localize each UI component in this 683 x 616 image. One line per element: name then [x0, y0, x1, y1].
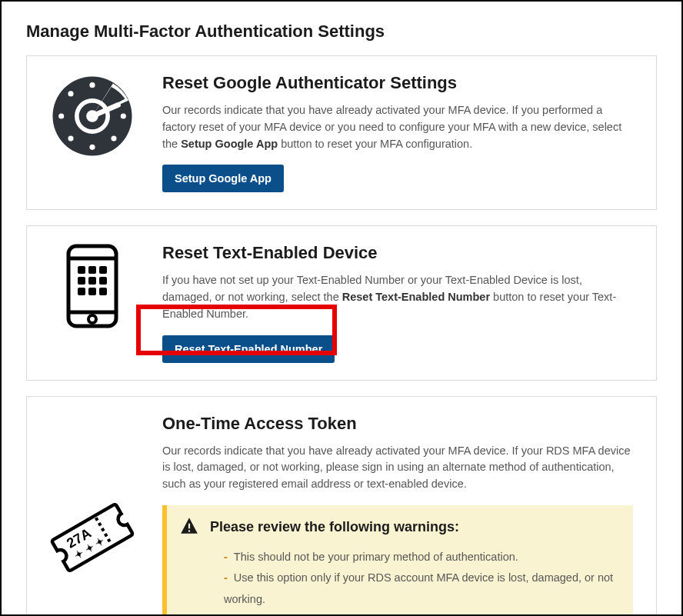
svg-point-8: [68, 91, 73, 96]
svg-rect-18: [78, 277, 85, 285]
svg-point-4: [111, 136, 116, 142]
svg-rect-23: [99, 288, 107, 295]
svg-point-10: [86, 110, 98, 122]
ticket-icon: 27A ✦ ✦ ✦: [42, 488, 142, 591]
section-title-token: One-Time Access Token: [162, 414, 633, 434]
gauge-icon: [49, 73, 135, 162]
panel-google-authenticator: Reset Google Authenticator Settings Our …: [26, 55, 657, 210]
page-title: Manage Multi-Factor Authentication Setti…: [26, 22, 657, 42]
svg-rect-22: [88, 288, 96, 295]
section-title-text: Reset Text-Enabled Device: [162, 243, 633, 263]
warning-item-1: This should not be your primary method o…: [224, 547, 618, 568]
svg-point-5: [89, 145, 95, 150]
svg-rect-15: [78, 266, 85, 274]
svg-rect-27: [188, 524, 190, 529]
panel-text-device: Reset Text-Enabled Device If you have no…: [26, 225, 657, 380]
svg-rect-17: [99, 266, 107, 274]
svg-point-1: [89, 82, 95, 88]
section-desc-token: Our records indicate that you have alrea…: [162, 443, 633, 493]
reset-text-enabled-number-button[interactable]: Reset Text-Enabled Number: [162, 335, 335, 363]
warning-title: Please review the following warnings:: [210, 519, 459, 535]
svg-point-14: [88, 315, 96, 323]
svg-rect-19: [88, 277, 96, 285]
warning-item-2: Use this option only if your RDS account…: [224, 568, 618, 610]
svg-rect-20: [99, 277, 107, 285]
phone-icon: [65, 243, 119, 332]
svg-point-6: [68, 136, 73, 142]
panel-one-time-token: 27A ✦ ✦ ✦ One-Time Access Token Our reco…: [26, 396, 657, 617]
section-desc-text: If you have not set up your Text-Enabled…: [162, 272, 633, 322]
svg-rect-21: [78, 288, 85, 295]
warning-box: Please review the following warnings: Th…: [162, 505, 633, 616]
warning-list: This should not be your primary method o…: [224, 547, 618, 611]
setup-google-app-button[interactable]: Setup Google App: [162, 165, 284, 192]
settings-page: Manage Multi-Factor Authentication Setti…: [0, 0, 683, 616]
svg-rect-16: [88, 266, 96, 274]
warning-icon: [179, 516, 199, 539]
section-title-google: Reset Google Authenticator Settings: [162, 73, 633, 93]
svg-rect-28: [188, 530, 190, 531]
svg-point-7: [58, 113, 64, 118]
section-desc-google: Our records indicate that you have alrea…: [162, 102, 633, 152]
svg-point-3: [121, 113, 126, 118]
